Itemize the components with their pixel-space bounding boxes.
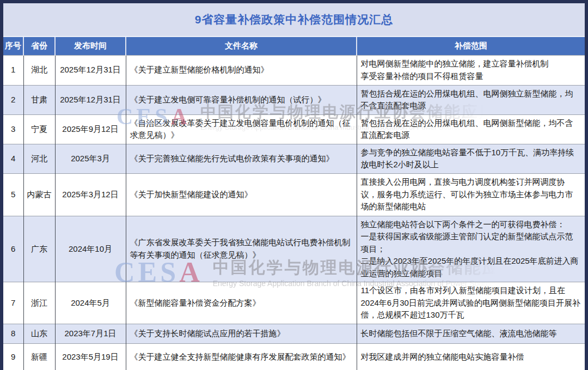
cell-doc-name: 《关于建立新型储能价格机制的通知》 [126, 55, 357, 85]
cell-province: 甘肃 [23, 85, 55, 114]
table-row: 6 广东 2024年10月 《广东省发展改革委关于我省独立储能电站试行电费补偿机… [3, 216, 585, 282]
cell-scope: 暂包括合规在运的公用煤电机组、电网侧新型储能，均不含直流配套电源 [357, 114, 585, 144]
cell-doc-name: 《关于完善独立储能先行先试电价政策有关事项的通知》 [126, 144, 357, 173]
cell-doc-name: 《关于加快新型储能建设的通知》 [126, 173, 357, 216]
cell-date: 2023年7月1日 [55, 324, 126, 344]
cell-province: 内蒙古 [23, 173, 55, 216]
cell-date: 2025年12月31日 [55, 55, 126, 85]
cell-no: 1 [3, 55, 23, 85]
table-row: 5 内蒙古 2025年3月12日 《关于加快新型储能建设的通知》 直接接入公用电… [3, 173, 585, 216]
cell-date: 2023年5月19日 [55, 344, 126, 370]
col-header-doc-name: 文件名称 [126, 37, 357, 55]
page-title: 9省容量补偿政策中补偿范围情况汇总 [195, 12, 394, 27]
policy-table: 序号 省份 发布时间 文件名称 补偿范围 1 湖北 2025年12月31日 《关… [3, 36, 585, 370]
cell-scope: 对电网侧新型储能中的独立储能，建立容量补偿机制 享受容量补偿的项目不得租赁容量 [357, 55, 585, 85]
table-row: 4 河北 2025年3月 《关于完善独立储能先行先试电价政策有关事项的通知》 参… [3, 144, 585, 173]
cell-scope: 直接接入公用电网，直接与电力调度机构签订并网调度协议，服务电力系统运行、可以作为… [357, 173, 585, 216]
cell-province: 宁夏 [23, 114, 55, 144]
col-header-no: 序号 [3, 37, 23, 55]
title-bar: 9省容量补偿政策中补偿范围情况汇总 [3, 3, 585, 36]
cell-province: 新疆 [23, 344, 55, 370]
cell-no: 4 [3, 144, 23, 173]
table-header-row: 序号 省份 发布时间 文件名称 补偿范围 [3, 37, 585, 55]
cell-no: 5 [3, 173, 23, 216]
table-row: 1 湖北 2025年12月31日 《关于建立新型储能价格机制的通知》 对电网侧新… [3, 55, 585, 85]
cell-doc-name: 《自治区发展改革委关于建立发电侧容量电价机制的通知（征求意见稿）》 [126, 114, 357, 144]
cell-scope: 暂包括合规在运的公用煤电机组、电网侧独立新型储能，均不含直流配套电源 [357, 85, 585, 114]
cell-no: 9 [3, 344, 23, 370]
cell-no: 8 [3, 324, 23, 344]
cell-scope: 对我区建成并网的独立储能电站实施容量补偿 [357, 344, 585, 370]
cell-no: 6 [3, 216, 23, 282]
table-row: 7 浙江 2024年5月 《新型储能容量补偿资金分配方案》 11个设区市，由各市… [3, 282, 585, 324]
cell-date: 2024年5月 [55, 282, 126, 324]
cell-no: 7 [3, 282, 23, 324]
cell-date: 2025年9月12日 [55, 114, 126, 144]
cell-province: 广东 [23, 216, 55, 282]
cell-province: 浙江 [23, 282, 55, 324]
cell-scope: 11个设区市，由各市对列入新型储能项目建设计划，且在2024年6月30日前完成并… [357, 282, 585, 324]
col-header-province: 省份 [23, 37, 55, 55]
cell-date: 2024年10月 [55, 216, 126, 282]
table-row: 9 新疆 2023年5月19日 《关于建立健全支持新型储能健康有序发展配套政策的… [3, 344, 585, 370]
cell-doc-name: 《关于支持长时储能试点应用的若干措施》 [126, 324, 357, 344]
cell-province: 湖北 [23, 55, 55, 85]
cell-scope: 参与竞争的独立储能电站容量不低于10万千瓦、满功率持续放电时长2小时及以上 [357, 144, 585, 173]
cell-date: 2025年12月31日 [55, 85, 126, 114]
app-frame: 9省容量补偿政策中补偿范围情况汇总 序号 省份 发布时间 文件名称 补偿范围 1… [0, 0, 588, 370]
cell-no: 2 [3, 85, 23, 114]
table-row: 8 山东 2023年7月1日 《关于支持长时储能试点应用的若干措施》 长时储能包… [3, 324, 585, 344]
cell-date: 2025年3月12日 [55, 173, 126, 216]
cell-doc-name: 《关于建立发电侧可靠容量补偿机制的通知（试行）》 [126, 85, 357, 114]
cell-scope: 长时储能包括但不限于压缩空气储能、液流电池储能等 [357, 324, 585, 344]
cell-scope: 独立储能电站符合以下两个条件之一的可获得电费补偿： 一是获得国家或省级能源主管部… [357, 216, 585, 282]
cell-date: 2025年3月 [55, 144, 126, 173]
table-row: 3 宁夏 2025年9月12日 《自治区发展改革委关于建立发电侧容量电价机制的通… [3, 114, 585, 144]
col-header-date: 发布时间 [55, 37, 126, 55]
cell-no: 3 [3, 114, 23, 144]
col-header-scope: 补偿范围 [357, 37, 585, 55]
cell-province: 河北 [23, 144, 55, 173]
cell-doc-name: 《新型储能容量补偿资金分配方案》 [126, 282, 357, 324]
cell-province: 山东 [23, 324, 55, 344]
cell-doc-name: 《广东省发展改革委关于我省独立储能电站试行电费补偿机制等有关事项的通知（征求意见… [126, 216, 357, 282]
table-row: 2 甘肃 2025年12月31日 《关于建立发电侧可靠容量补偿机制的通知（试行）… [3, 85, 585, 114]
cell-doc-name: 《关于建立健全支持新型储能健康有序发展配套政策的通知》 [126, 344, 357, 370]
